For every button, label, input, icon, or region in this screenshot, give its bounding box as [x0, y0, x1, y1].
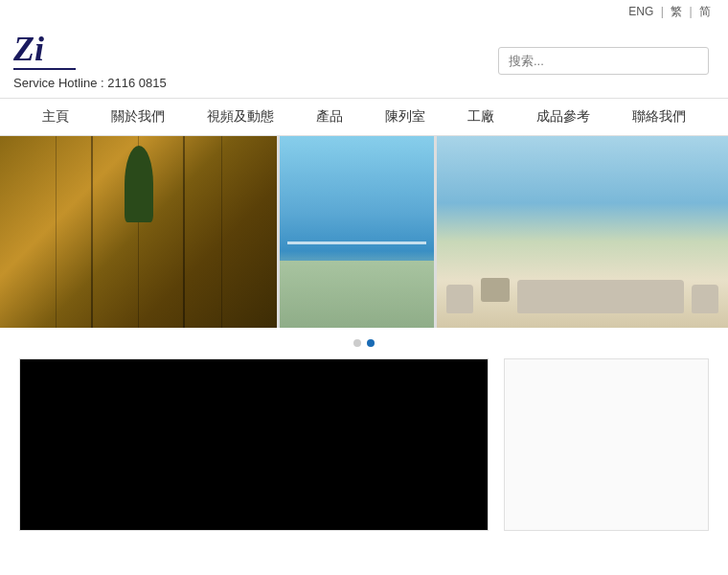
- lang-sep-1: |: [661, 5, 664, 18]
- logo-underline: [13, 68, 76, 70]
- slider-dot-2[interactable]: [367, 339, 375, 347]
- lang-trad[interactable]: 繁: [671, 5, 682, 18]
- slider-dots: [0, 328, 728, 358]
- nav-factory[interactable]: 工廠: [446, 99, 515, 135]
- language-bar: ENG | 繁 | 简: [0, 0, 728, 24]
- hero-slider: [0, 136, 728, 328]
- logo-text: Zi: [13, 30, 44, 68]
- door-line: [56, 136, 57, 328]
- nav-reference[interactable]: 成品參考: [515, 99, 611, 135]
- hero-image: [0, 136, 728, 328]
- nav-showroom[interactable]: 陳列室: [364, 99, 446, 135]
- navbar: 主頁 關於我們 視頻及動態 產品 陳列室 工廠 成品參考 聯絡我們: [0, 98, 728, 136]
- bottom-content: [0, 358, 728, 531]
- nav-video[interactable]: 視頻及動態: [186, 99, 295, 135]
- slider-dot-1[interactable]: [353, 339, 361, 347]
- door-line: [221, 136, 222, 328]
- furniture-area: [446, 265, 718, 313]
- lang-sep-2: |: [690, 5, 693, 18]
- lang-simp[interactable]: 简: [699, 5, 711, 18]
- railing: [287, 242, 426, 244]
- logo-area: Zi Service Hotline : 2116 0815: [13, 32, 167, 90]
- tree-decoration: [125, 146, 153, 222]
- header: Zi Service Hotline : 2116 0815: [0, 24, 728, 98]
- lang-eng[interactable]: ENG: [628, 5, 653, 18]
- sofa-main: [517, 280, 684, 313]
- hero-panel-left: [0, 136, 277, 328]
- search-area: [498, 47, 709, 75]
- nav-home[interactable]: 主頁: [21, 99, 90, 135]
- search-input[interactable]: [498, 47, 709, 75]
- coffee-table: [481, 278, 510, 302]
- nav-contact[interactable]: 聯絡我們: [611, 99, 707, 135]
- hero-panel-center: [277, 136, 437, 328]
- sofa-chair: [446, 285, 473, 313]
- sofa-chair-2: [692, 285, 718, 313]
- logo[interactable]: Zi: [13, 32, 80, 72]
- hero-panel-right: [437, 136, 728, 328]
- nav-products[interactable]: 產品: [295, 99, 364, 135]
- hotline-text: Service Hotline : 2116 0815: [13, 76, 167, 90]
- side-panel: [504, 358, 709, 531]
- video-player[interactable]: [19, 358, 489, 531]
- nav-about[interactable]: 關於我們: [90, 99, 186, 135]
